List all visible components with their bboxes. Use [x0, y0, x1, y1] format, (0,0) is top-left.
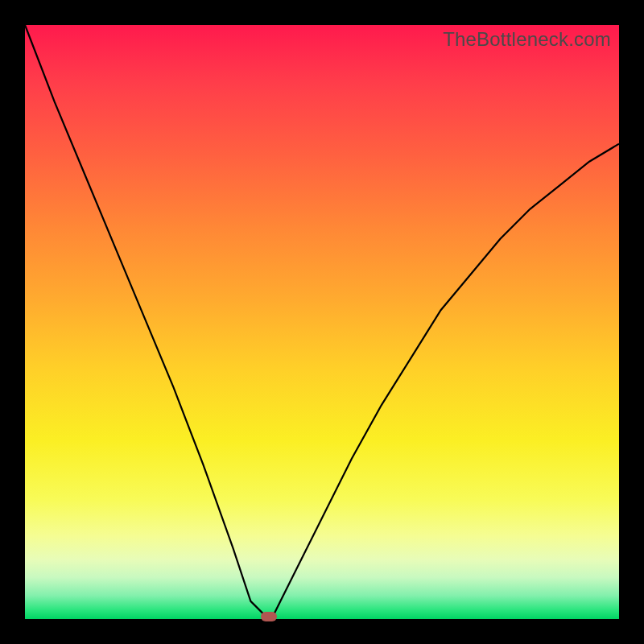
curve-line — [25, 25, 619, 619]
bottleneck-curve — [25, 25, 619, 619]
plot-area: TheBottleneck.com — [25, 25, 619, 619]
chart-frame: TheBottleneck.com — [0, 0, 644, 644]
optimum-marker — [261, 612, 277, 621]
